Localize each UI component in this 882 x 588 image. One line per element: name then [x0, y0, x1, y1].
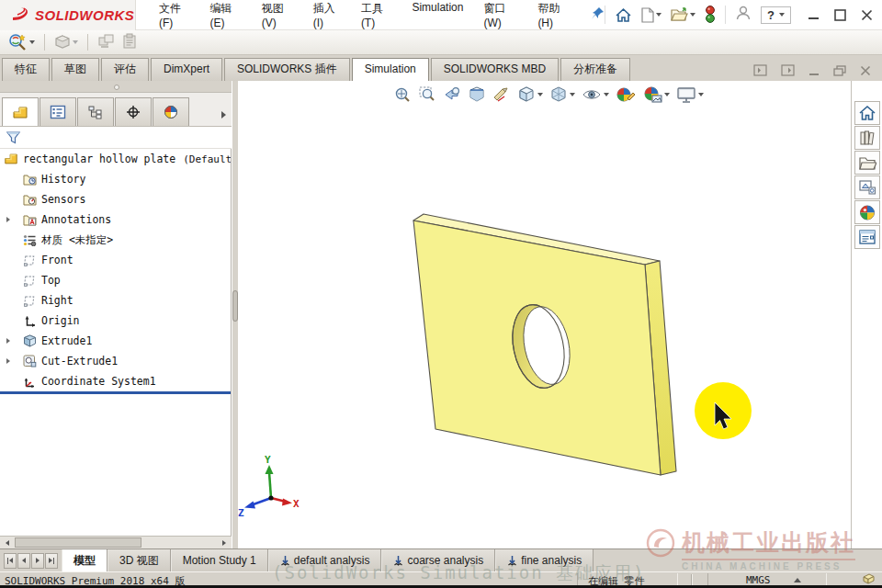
tab-property-manager[interactable]: [40, 97, 76, 126]
minimize-button[interactable]: [808, 9, 820, 21]
tree-root-config: (Default<<De: [183, 153, 231, 165]
tab-addins[interactable]: SOLIDWORKS 插件: [224, 58, 350, 81]
tab-dimxpert-manager[interactable]: [115, 97, 152, 126]
expand-arrow-icon[interactable]: [6, 338, 10, 344]
document-window-controls: [753, 64, 882, 81]
home-icon: [858, 105, 876, 121]
units-selector[interactable]: MMGS: [746, 574, 771, 586]
user-account-icon[interactable]: [735, 5, 752, 25]
home-button[interactable]: [615, 7, 632, 23]
menu-simulation[interactable]: Simulation: [401, 0, 473, 34]
chevron-down-icon[interactable]: [73, 40, 78, 44]
appearances-scenes-button[interactable]: [854, 200, 880, 224]
menu-window[interactable]: 窗口(W): [473, 0, 527, 34]
chevron-down-icon[interactable]: [690, 13, 695, 17]
tab-configuration-manager[interactable]: [77, 97, 114, 126]
doc-restore-button[interactable]: [833, 65, 846, 76]
collapse-pane-left-button[interactable]: [753, 64, 767, 76]
chevron-down-icon[interactable]: [656, 13, 662, 17]
panel-collapse-dot[interactable]: [114, 85, 119, 90]
tab-evaluate[interactable]: 评估: [101, 58, 149, 81]
tab-simulation[interactable]: Simulation: [352, 58, 429, 81]
tree-item-extrude1[interactable]: Extrude1: [0, 331, 231, 351]
paste-appearance-button-disabled[interactable]: [121, 33, 138, 52]
open-document-button[interactable]: [671, 7, 695, 22]
scroll-right-button[interactable]: [219, 538, 230, 548]
tree-filter-bar[interactable]: [0, 127, 232, 149]
panel-horizontal-scrollbar[interactable]: [0, 536, 232, 548]
tab-fine-analysis[interactable]: fine analysis: [495, 549, 594, 571]
tab-features[interactable]: 特征: [2, 58, 50, 81]
menu-view[interactable]: 视图(V): [252, 0, 303, 34]
chevron-down-icon[interactable]: [29, 40, 35, 44]
maximize-button[interactable]: [834, 9, 846, 21]
separator: [725, 6, 726, 24]
performance-traffic-light-icon[interactable]: [705, 6, 716, 24]
units-dropdown-icon[interactable]: [794, 578, 801, 582]
help-button[interactable]: ?: [761, 6, 791, 24]
more-tabs-arrow-icon[interactable]: [221, 111, 226, 119]
tree-item-label: Top: [41, 274, 61, 287]
tab-display-manager[interactable]: [153, 97, 189, 126]
rollback-bar[interactable]: [0, 391, 231, 394]
copy-appearance-button-disabled[interactable]: [97, 33, 116, 52]
expand-arrow-icon[interactable]: [6, 217, 10, 222]
tree-item-top-plane[interactable]: Top: [0, 270, 231, 290]
tab-analysis-prep[interactable]: 分析准备: [560, 58, 630, 81]
tree-item-front-plane[interactable]: Front: [0, 250, 231, 270]
chevron-down-icon[interactable]: [779, 13, 785, 17]
scroll-left-button[interactable]: [2, 538, 13, 548]
pin-menu-icon[interactable]: [591, 6, 605, 24]
menu-edit[interactable]: 编辑(E): [200, 0, 252, 34]
home-tab-button[interactable]: [854, 101, 880, 125]
tab-3d-views[interactable]: 3D 视图: [107, 549, 171, 571]
menu-tools[interactable]: 工具(T): [351, 0, 402, 34]
tree-item-label: 材质 <未指定>: [41, 233, 113, 247]
tab-label: Motion Study 1: [183, 554, 256, 567]
close-button[interactable]: [861, 9, 873, 21]
tree-item-label: Origin: [41, 314, 80, 327]
menu-file[interactable]: 文件(F): [149, 0, 200, 34]
tab-default-analysis[interactable]: default analysis: [268, 549, 382, 571]
menu-bar: 文件(F) 编辑(E) 视图(V) 插入(I) 工具(T) Simulation…: [149, 0, 580, 34]
tab-sketch[interactable]: 草图: [51, 58, 99, 81]
next-tab-button[interactable]: [31, 553, 44, 569]
doc-minimize-button[interactable]: [808, 65, 820, 76]
tree-item-cut-extrude1[interactable]: Cut-Extrude1: [0, 351, 231, 371]
model-plate[interactable]: [413, 214, 676, 475]
view-palette-button[interactable]: [854, 175, 880, 199]
new-document-button[interactable]: [641, 7, 662, 23]
tree-item-right-plane[interactable]: Right: [0, 290, 231, 311]
custom-properties-button[interactable]: [854, 225, 880, 249]
selection-search-button[interactable]: [7, 33, 35, 51]
tab-feature-manager[interactable]: [2, 97, 39, 126]
menu-insert[interactable]: 插入(I): [303, 0, 351, 34]
expand-arrow-icon[interactable]: [6, 358, 10, 364]
first-tab-button[interactable]: [4, 553, 17, 569]
tree-item-history[interactable]: History: [0, 169, 231, 189]
last-tab-button[interactable]: [45, 553, 58, 569]
collapse-pane-right-button[interactable]: [781, 64, 795, 76]
triad-y-label: Y: [265, 454, 271, 466]
tree-item-sensors[interactable]: Sensors: [0, 189, 231, 209]
design-library-button[interactable]: [854, 126, 880, 150]
previous-tab-button[interactable]: [17, 553, 30, 569]
tab-mbd[interactable]: SOLIDWORKS MBD: [431, 58, 559, 81]
tab-coarse-analysis[interactable]: coarse analysis: [381, 549, 495, 571]
tab-motion-study-1[interactable]: Motion Study 1: [171, 549, 268, 571]
tree-root[interactable]: rectangular hollow plate (Default<<De: [0, 149, 231, 169]
tree-item-coordinate-system1[interactable]: Coordinate System1: [0, 371, 231, 391]
tree-item-material[interactable]: 材质 <未指定>: [0, 230, 231, 250]
menu-help[interactable]: 帮助(H): [527, 0, 580, 34]
file-explorer-button[interactable]: [854, 151, 880, 175]
quick-tips-button[interactable]: [862, 573, 876, 588]
tree-item-origin[interactable]: Origin: [0, 311, 231, 331]
product-version-text: SOLIDWORKS Premium 2018 x64 版: [5, 574, 185, 588]
graphics-area[interactable]: Y X Z: [238, 81, 850, 548]
rebuild-button-disabled[interactable]: [54, 35, 78, 50]
tree-item-annotations[interactable]: Annotations: [0, 209, 231, 230]
doc-close-button[interactable]: [860, 65, 871, 76]
scrollbar-thumb[interactable]: [15, 537, 141, 548]
tab-dimxpert[interactable]: DimXpert: [151, 58, 222, 81]
tab-model[interactable]: 模型: [62, 549, 107, 571]
